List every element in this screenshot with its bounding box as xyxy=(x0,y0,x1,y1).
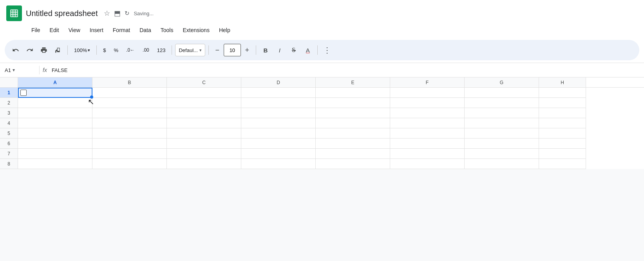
font-size-increase-button[interactable]: + xyxy=(242,45,253,56)
cell-G1[interactable] xyxy=(465,88,539,98)
cell-D1[interactable] xyxy=(241,88,316,98)
cell-E1[interactable] xyxy=(316,88,390,98)
cell-A4[interactable] xyxy=(18,118,92,128)
cell-A3[interactable] xyxy=(18,108,92,118)
formula-content[interactable]: FALSE xyxy=(52,67,639,73)
cell-G7[interactable] xyxy=(465,149,539,159)
cell-G5[interactable] xyxy=(465,128,539,139)
cell-G2[interactable] xyxy=(465,98,539,108)
col-header-A[interactable]: A xyxy=(18,77,92,87)
cell-D8[interactable] xyxy=(241,159,316,169)
cell-H8[interactable] xyxy=(539,159,586,169)
cell-C5[interactable] xyxy=(167,128,241,139)
cell-F7[interactable] xyxy=(390,149,465,159)
menu-format[interactable]: Format xyxy=(109,25,134,35)
menu-data[interactable]: Data xyxy=(136,25,155,35)
menu-view[interactable]: View xyxy=(65,25,84,35)
col-header-E[interactable]: E xyxy=(316,77,390,87)
row-num-4[interactable]: 4 xyxy=(0,118,18,128)
redo-button[interactable] xyxy=(24,44,36,56)
cell-C1[interactable] xyxy=(167,88,241,98)
cell-B8[interactable] xyxy=(92,159,167,169)
col-header-G[interactable]: G xyxy=(465,77,539,87)
menu-insert[interactable]: Insert xyxy=(86,25,107,35)
row-num-3[interactable]: 3 xyxy=(0,108,18,118)
cell-H1[interactable] xyxy=(539,88,586,98)
cell-D7[interactable] xyxy=(241,149,316,159)
cell-B2[interactable] xyxy=(92,98,167,108)
cell-A7[interactable] xyxy=(18,149,92,159)
row-num-1[interactable]: 1 xyxy=(0,88,18,98)
cell-G6[interactable] xyxy=(465,139,539,149)
cell-F3[interactable] xyxy=(390,108,465,118)
zoom-selector[interactable]: 100% ▾ xyxy=(71,44,93,56)
select-all-button[interactable] xyxy=(0,77,18,87)
cell-E4[interactable] xyxy=(316,118,390,128)
row-num-5[interactable]: 5 xyxy=(0,128,18,139)
cell-B3[interactable] xyxy=(92,108,167,118)
cell-E2[interactable] xyxy=(316,98,390,108)
cell-E3[interactable] xyxy=(316,108,390,118)
menu-edit[interactable]: Edit xyxy=(46,25,63,35)
cell-D2[interactable] xyxy=(241,98,316,108)
row-num-7[interactable]: 7 xyxy=(0,149,18,159)
cell-H4[interactable] xyxy=(539,118,586,128)
cell-H2[interactable] xyxy=(539,98,586,108)
cell-G3[interactable] xyxy=(465,108,539,118)
menu-file[interactable]: File xyxy=(27,25,44,35)
cell-F6[interactable] xyxy=(390,139,465,149)
cell-H7[interactable] xyxy=(539,149,586,159)
cell-D6[interactable] xyxy=(241,139,316,149)
font-size-input[interactable] xyxy=(224,44,241,56)
col-header-F[interactable]: F xyxy=(390,77,465,87)
menu-tools[interactable]: Tools xyxy=(157,25,177,35)
cell-E6[interactable] xyxy=(316,139,390,149)
col-header-C[interactable]: C xyxy=(167,77,241,87)
cell-E8[interactable] xyxy=(316,159,390,169)
fill-handle[interactable] xyxy=(90,95,93,99)
cell-B5[interactable] xyxy=(92,128,167,139)
bold-button[interactable]: B xyxy=(259,44,272,56)
cell-A8[interactable] xyxy=(18,159,92,169)
cell-F1[interactable] xyxy=(390,88,465,98)
more-options-button[interactable]: ⋮ xyxy=(321,44,333,56)
cell-E5[interactable] xyxy=(316,128,390,139)
undo-button[interactable] xyxy=(9,44,22,56)
cell-B4[interactable] xyxy=(92,118,167,128)
cell-D4[interactable] xyxy=(241,118,316,128)
cell-A2[interactable] xyxy=(18,98,92,108)
font-size-decrease-button[interactable]: − xyxy=(212,45,223,56)
cell-B6[interactable] xyxy=(92,139,167,149)
star-icon[interactable]: ☆ xyxy=(104,9,110,18)
number-format-button[interactable]: 123 xyxy=(154,44,169,56)
decrease-decimal-button[interactable]: .0← xyxy=(123,44,138,56)
col-header-D[interactable]: D xyxy=(241,77,316,87)
col-header-B[interactable]: B xyxy=(92,77,167,87)
menu-extensions[interactable]: Extensions xyxy=(179,25,213,35)
cell-B1[interactable] xyxy=(92,88,167,98)
increase-decimal-button[interactable]: .00 xyxy=(139,44,152,56)
cell-C4[interactable] xyxy=(167,118,241,128)
percent-button[interactable]: % xyxy=(110,44,121,56)
cell-H6[interactable] xyxy=(539,139,586,149)
row-num-2[interactable]: 2 xyxy=(0,98,18,108)
cell-reference-dropdown[interactable]: ▾ xyxy=(13,67,15,73)
cell-F5[interactable] xyxy=(390,128,465,139)
cell-D5[interactable] xyxy=(241,128,316,139)
cell-A6[interactable] xyxy=(18,139,92,149)
text-color-button[interactable]: A xyxy=(302,44,314,56)
cell-C7[interactable] xyxy=(167,149,241,159)
cell-C2[interactable] xyxy=(167,98,241,108)
print-button[interactable] xyxy=(38,44,50,56)
italic-button[interactable]: I xyxy=(273,44,286,56)
col-header-H[interactable]: H xyxy=(539,77,586,87)
row-num-6[interactable]: 6 xyxy=(0,139,18,149)
cell-F8[interactable] xyxy=(390,159,465,169)
cell-A1[interactable] xyxy=(18,88,92,98)
move-to-folder-icon[interactable]: ⬒ xyxy=(114,9,121,18)
currency-button[interactable]: $ xyxy=(100,44,109,56)
menu-help[interactable]: Help xyxy=(215,25,234,35)
cell-G4[interactable] xyxy=(465,118,539,128)
cell-H3[interactable] xyxy=(539,108,586,118)
strikethrough-button[interactable]: S̶ xyxy=(288,44,300,56)
